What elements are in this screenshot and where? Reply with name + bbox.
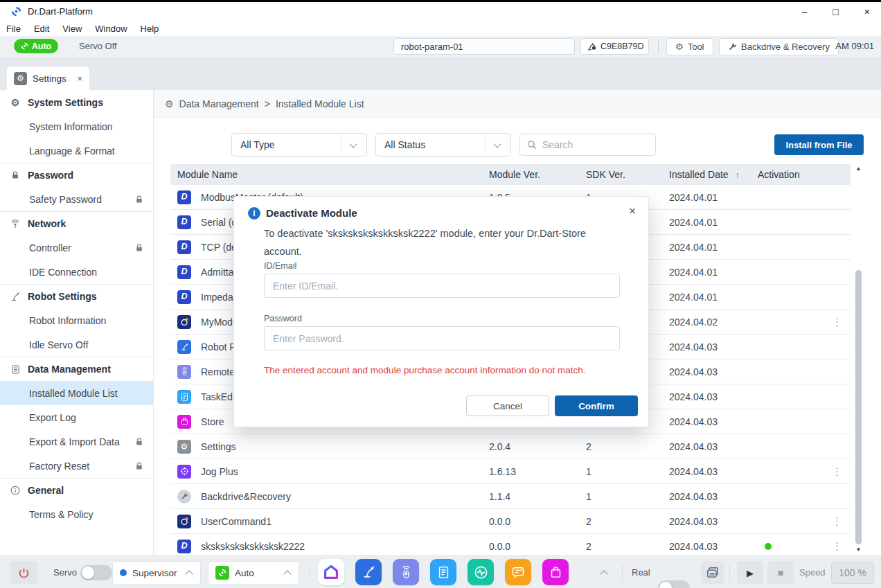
sidebar-item-installed-module-list[interactable]: Installed Module List [0, 381, 153, 405]
row-menu-icon[interactable]: ⋮ [832, 541, 842, 551]
sidebar-item-export-log[interactable]: Export Log [0, 405, 153, 429]
deactivate-module-dialog: i Deactivate Module × To deactivate 'sks… [233, 196, 649, 427]
table-row[interactable]: ⚙Settings2.0.422024.04.03 [170, 434, 851, 459]
sidebar-item-safety-password[interactable]: Safety Password [0, 187, 153, 211]
real-sim-toggle[interactable] [658, 580, 690, 588]
stop-button[interactable]: ■ [767, 561, 794, 585]
play-button[interactable]: ▶ [737, 561, 763, 585]
menu-window[interactable]: Window [95, 24, 127, 34]
row-menu-icon[interactable]: ⋮ [832, 466, 842, 476]
3d-view-button[interactable]: 3D [701, 561, 724, 585]
tab-close-icon[interactable]: × [77, 73, 82, 84]
info-icon [10, 485, 21, 495]
minimize-button[interactable]: – [802, 6, 808, 17]
menu-view[interactable]: View [62, 24, 82, 34]
password-field[interactable] [264, 326, 620, 350]
auto-mode-icon [215, 566, 229, 580]
chevron-down-icon [349, 140, 357, 148]
table-row[interactable]: Backdrive&Recovery1.1.412024.04.03 [170, 484, 851, 509]
user-role-dropdown[interactable]: Supervisor [112, 561, 201, 585]
tab-settings[interactable]: ⚙ Settings × [7, 66, 89, 90]
sidebar-section-data-management[interactable]: Data Management [0, 357, 153, 381]
lock-icon [10, 171, 21, 179]
speed-value[interactable]: 100 % [831, 562, 874, 584]
menu-help[interactable]: Help [141, 24, 159, 34]
store-app-icon[interactable] [542, 559, 569, 585]
monitor-app-icon[interactable] [468, 559, 494, 585]
servo-toggle[interactable] [80, 565, 112, 580]
dart-module-icon: D [177, 240, 191, 254]
gear-icon: ⚙ [10, 98, 21, 107]
id-email-field[interactable] [264, 274, 620, 298]
row-menu-icon[interactable]: ⋮ [832, 516, 842, 526]
sidebar-item-controller[interactable]: Controller [0, 235, 153, 260]
device-id-chip[interactable]: C9E8B79D [580, 38, 649, 55]
tool-button[interactable]: ⚙ Tool [666, 38, 713, 55]
sidebar-section-robot-settings[interactable]: Robot Settings [0, 284, 153, 308]
search-input[interactable] [542, 139, 648, 150]
sidebar-item-export-import-data[interactable]: Export & Import Data [0, 429, 153, 454]
sidebar-item-factory-reset[interactable]: Factory Reset [0, 454, 153, 478]
breadcrumb-section[interactable]: Data Management [179, 98, 259, 109]
backdrive-recovery-button[interactable]: Backdrive & Recovery [719, 38, 839, 55]
app-logo-icon [11, 6, 21, 17]
robot-arm-app-icon[interactable] [355, 559, 382, 585]
sidebar-item-language-format[interactable]: Language & Format [0, 139, 153, 163]
scroll-up-icon[interactable]: ▲ [854, 166, 863, 172]
sidebar-section-network[interactable]: Network [0, 211, 153, 235]
pendant-app-icon[interactable] [393, 559, 419, 585]
cancel-button[interactable]: Cancel [466, 395, 549, 416]
power-button[interactable] [10, 561, 37, 585]
menu-edit[interactable]: Edit [34, 24, 49, 34]
store-module-icon [177, 415, 191, 429]
mode-dropdown[interactable]: Auto [208, 561, 299, 585]
sidebar-item-ide-connection[interactable]: IDE Connection [0, 260, 153, 284]
dialog-close-icon[interactable]: × [629, 204, 636, 218]
status-filter-dropdown[interactable]: All Status [375, 133, 511, 157]
col-sdk-ver[interactable]: SDK Ver. [579, 169, 662, 180]
mymodule-module-icon [177, 315, 191, 329]
table-scrollbar[interactable]: ▲ ▼ [854, 164, 863, 554]
table-header: Module Name Module Ver. SDK Ver. Install… [170, 164, 851, 185]
sidebar-section-system-settings[interactable]: ⚙System Settings [0, 90, 153, 114]
maximize-button[interactable]: □ [833, 6, 838, 17]
installed-date: 2024.04.03 [662, 391, 751, 402]
sidebar-section-general[interactable]: General [0, 478, 153, 502]
menu-file[interactable]: File [6, 24, 21, 34]
confirm-button[interactable]: Confirm [555, 395, 638, 416]
auto-mode-badge[interactable]: Auto [14, 39, 58, 53]
robot-param-input[interactable] [393, 38, 575, 55]
remote-module-icon [177, 365, 191, 379]
table-row[interactable]: Jog Plus1.6.1312024.04.03⋮ [170, 459, 851, 484]
sidebar-item-robot-information[interactable]: Robot Information [0, 308, 153, 332]
task-editor-app-icon[interactable] [430, 559, 456, 585]
table-row[interactable]: UserCommand10.0.022024.04.03⋮ [170, 509, 851, 534]
install-from-file-button[interactable]: Install from File [774, 134, 864, 155]
module-name: MyModu [201, 317, 238, 328]
scrollbar-thumb[interactable] [855, 270, 862, 544]
row-menu-icon[interactable]: ⋮ [832, 317, 842, 327]
dialog-message: To deactivate 'skskskskskskksksk2222' mo… [264, 224, 624, 260]
wrench-icon [728, 42, 737, 51]
sidebar-item-system-information[interactable]: System Information [0, 114, 153, 139]
installed-date: 2024.04.03 [662, 341, 751, 353]
scroll-down-icon[interactable]: ▼ [854, 546, 863, 553]
col-module-name[interactable]: Module Name [170, 169, 482, 180]
home-app-icon[interactable] [318, 559, 344, 585]
type-filter-dropdown[interactable]: All Type [231, 133, 367, 157]
module-version: 2.0.4 [482, 441, 579, 452]
search-box[interactable] [519, 134, 656, 156]
sort-asc-icon[interactable]: ↑ [736, 170, 740, 180]
close-button[interactable]: × [864, 6, 870, 17]
col-installed-date[interactable]: Installed Date ↑ [662, 169, 751, 180]
message-app-icon[interactable] [505, 559, 531, 585]
col-module-ver[interactable]: Module Ver. [482, 169, 579, 180]
installed-date: 2024.04.03 [662, 416, 751, 427]
sidebar-item-terms-policy[interactable]: Terms & Policy [0, 502, 153, 526]
sidebar-section-password[interactable]: Password [0, 163, 153, 187]
sidebar-item-idle-servo-off[interactable]: Idle Servo Off [0, 332, 153, 357]
installed-date: 2024.04.01 [662, 217, 751, 228]
dock-collapse-icon[interactable] [600, 570, 607, 578]
table-row[interactable]: Dskskskskskskksksk22220.0.022024.04.03⋮ [170, 534, 851, 555]
col-activation[interactable]: Activation [751, 169, 851, 180]
